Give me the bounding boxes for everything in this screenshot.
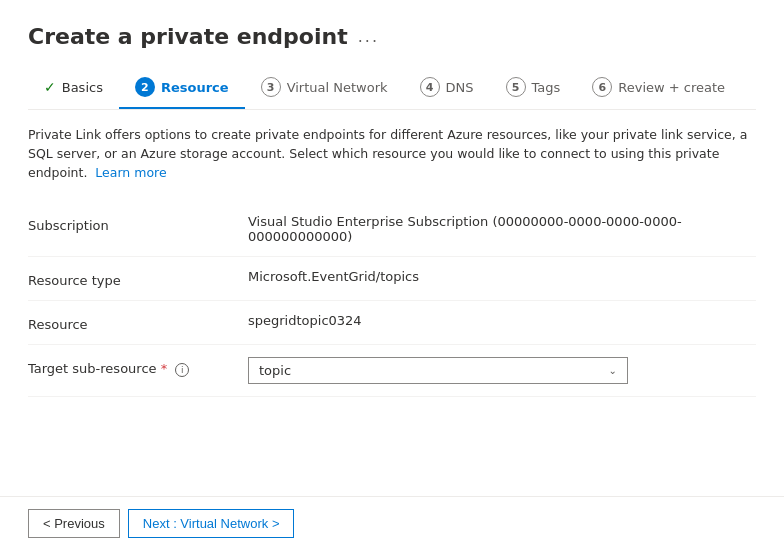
description-text: Private Link offers options to create pr…	[28, 126, 756, 182]
tab-tags[interactable]: 5 Tags	[490, 69, 577, 109]
tab-tags-label: Tags	[532, 80, 561, 95]
target-sub-resource-label: Target sub-resource * i	[28, 357, 248, 377]
tab-dns-circle: 4	[420, 77, 440, 97]
dropdown-selected-value: topic	[259, 363, 291, 378]
tab-basics-label: Basics	[62, 80, 103, 95]
tab-virtual-network-label: Virtual Network	[287, 80, 388, 95]
resource-label: Resource	[28, 313, 248, 332]
resource-type-value: Microsoft.EventGrid/topics	[248, 269, 756, 284]
learn-more-link[interactable]: Learn more	[95, 165, 166, 180]
tab-vnet-circle: 3	[261, 77, 281, 97]
tab-resource-label: Resource	[161, 80, 229, 95]
resource-form: Subscription Visual Studio Enterprise Su…	[28, 202, 756, 397]
tab-review-circle: 6	[592, 77, 612, 97]
tab-basics[interactable]: ✓ Basics	[28, 71, 119, 107]
tab-resource[interactable]: 2 Resource	[119, 69, 245, 109]
required-indicator: *	[161, 361, 168, 376]
target-sub-resource-row: Target sub-resource * i topic ⌄	[28, 345, 756, 397]
tab-resource-circle: 2	[135, 77, 155, 97]
info-icon[interactable]: i	[175, 363, 189, 377]
resource-row: Resource spegridtopic0324	[28, 301, 756, 345]
wizard-tabs: ✓ Basics 2 Resource 3 Virtual Network 4 …	[28, 69, 756, 110]
wizard-footer: < Previous Next : Virtual Network >	[0, 496, 784, 550]
tab-tags-circle: 5	[506, 77, 526, 97]
chevron-down-icon: ⌄	[609, 365, 617, 376]
resource-type-row: Resource type Microsoft.EventGrid/topics	[28, 257, 756, 301]
previous-button[interactable]: < Previous	[28, 509, 120, 538]
check-icon: ✓	[44, 79, 56, 95]
ellipsis-menu-button[interactable]: ...	[358, 27, 379, 46]
next-button[interactable]: Next : Virtual Network >	[128, 509, 295, 538]
target-sub-resource-dropdown[interactable]: topic ⌄	[248, 357, 628, 384]
resource-type-label: Resource type	[28, 269, 248, 288]
subscription-row: Subscription Visual Studio Enterprise Su…	[28, 202, 756, 257]
subscription-value: Visual Studio Enterprise Subscription (0…	[248, 214, 756, 244]
tab-review-create[interactable]: 6 Review + create	[576, 69, 741, 109]
tab-virtual-network[interactable]: 3 Virtual Network	[245, 69, 404, 109]
target-sub-resource-value: topic ⌄	[248, 357, 756, 384]
subscription-label: Subscription	[28, 214, 248, 233]
tab-review-create-label: Review + create	[618, 80, 725, 95]
tab-dns-label: DNS	[446, 80, 474, 95]
page-title: Create a private endpoint	[28, 24, 348, 49]
tab-dns[interactable]: 4 DNS	[404, 69, 490, 109]
resource-value: spegridtopic0324	[248, 313, 756, 328]
